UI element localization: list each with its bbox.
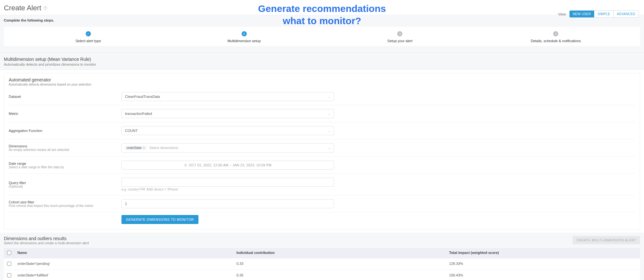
metric-value: transactionFailed	[125, 112, 152, 116]
dimensions-select[interactable]: orderState × Select dimensions ⌄	[121, 143, 334, 153]
help-icon[interactable]: ?	[43, 6, 47, 10]
row-dataset: Dataset CleanFraudTransData ⌄	[9, 88, 635, 105]
row-daterange: Date range Select a date range to filter…	[9, 156, 635, 173]
create-multidim-button-top[interactable]: CREATE MULTI-DIMENSION ALERT	[572, 236, 640, 244]
generator-title: Automated generator	[9, 77, 635, 82]
row-queryfilter: Query filter (Optional) e.g. country='FR…	[9, 173, 635, 195]
label-cohort: Cohort size filter	[9, 200, 121, 204]
col-impact: Total impact (weighted score)	[449, 251, 637, 256]
step-dot-icon: 2	[242, 31, 247, 36]
calendar-icon: 🗓	[184, 163, 187, 167]
queryfilter-example: e.g. country='FR' AND device = 'iPhone'	[121, 188, 334, 191]
results-header: Dimensions and outliers results Select t…	[4, 236, 640, 245]
view-label: View:	[558, 12, 567, 16]
col-name: Name	[17, 251, 236, 256]
step-1-label: Select alert type	[10, 39, 166, 43]
dimension-chip-label: orderState	[127, 146, 142, 150]
generator-panel-head: Automated generator Automatically detect…	[4, 73, 640, 88]
banner-text: Generate recommendations what to monitor…	[258, 3, 386, 27]
dataset-value: CleanFraudTransData	[125, 95, 160, 98]
section-title: Multidimension setup (Mean Variance Rule…	[4, 57, 640, 62]
step-dot-icon: 4	[553, 31, 558, 36]
view-btn-newuser[interactable]: NEW USER	[570, 11, 594, 17]
row-dimensions: Dimensions An empty selection means all …	[9, 139, 635, 156]
row-checkbox[interactable]	[7, 262, 11, 266]
daterange-picker[interactable]: 🗓OCT 01, 2022, 12:00 AM − JAN 23, 2023, …	[121, 161, 334, 170]
row-aggfn: Aggregation Function COUNT ⌄	[9, 122, 635, 139]
row-checkbox[interactable]	[7, 273, 11, 277]
dimension-chip[interactable]: orderState ×	[125, 146, 147, 150]
cell-name: orderState='fulfilled'	[17, 273, 236, 278]
section-header: Multidimension setup (Mean Variance Rule…	[0, 53, 644, 70]
cell-impact: 100.43%	[449, 273, 637, 278]
table-row: orderState='fulfilled' 0.26 100.43%	[4, 270, 640, 280]
hint-dimensions: An empty selection means all are selecte…	[9, 148, 121, 152]
aggfn-select[interactable]: COUNT ⌄	[121, 126, 334, 135]
close-icon[interactable]: ×	[143, 146, 145, 150]
cell-contrib: 0.26	[236, 273, 449, 278]
select-all-checkbox[interactable]	[7, 251, 11, 255]
label-metric: Metric	[9, 112, 121, 116]
cell-name: orderState='pending'	[17, 262, 236, 266]
step-3-label: Setup your alert	[322, 39, 478, 43]
label-queryfilter: Query filter	[9, 181, 121, 185]
table-header: Name Individual contribution Total impac…	[4, 248, 640, 258]
check-icon	[86, 31, 91, 36]
label-daterange: Date range	[9, 162, 121, 165]
results-subtitle: Select the dimensions and create a multi…	[4, 241, 89, 245]
label-dimensions: Dimensions	[9, 144, 121, 148]
label-aggfn: Aggregation Function	[9, 129, 121, 133]
queryfilter-input[interactable]	[121, 178, 334, 187]
results-title: Dimensions and outliers results	[4, 236, 89, 241]
row-generate: GENERATE DIMENSIONS TO MONITOR	[9, 212, 635, 229]
generator-panel: Automated generator Automatically detect…	[4, 73, 640, 229]
cohort-input[interactable]	[121, 199, 334, 208]
step-1[interactable]: Select alert type	[10, 31, 166, 43]
cell-impact: 128.33%	[449, 262, 637, 266]
hint-queryfilter: (Optional)	[9, 185, 121, 188]
hint-cohort: Find cohorts that impact this much perce…	[9, 204, 121, 208]
chevron-down-icon: ⌄	[328, 112, 331, 116]
table-row: orderState='pending' 0.33 128.33%	[4, 258, 640, 270]
dimensions-placeholder: Select dimensions	[149, 146, 178, 150]
step-2[interactable]: 2 Multidimension setup	[166, 31, 322, 43]
row-cohort: Cohort size filter Find cohorts that imp…	[9, 195, 635, 212]
dataset-select[interactable]: CleanFraudTransData ⌄	[121, 92, 334, 101]
view-btn-simple[interactable]: SIMPLE	[594, 11, 613, 17]
view-buttons: NEW USER SIMPLE ADVANCED	[569, 10, 639, 18]
page-header: Create Alert ? Generate recommendations …	[0, 0, 644, 15]
metric-select[interactable]: transactionFailed ⌄	[121, 109, 334, 118]
stepper: Select alert type 2 Multidimension setup…	[4, 27, 640, 46]
page-title: Create Alert	[4, 4, 41, 12]
view-toggle-group: View: NEW USER SIMPLE ADVANCED	[558, 10, 639, 18]
step-4-label: Details, schedule & notifications	[478, 39, 634, 43]
step-dot-icon: 3	[397, 31, 402, 36]
aggfn-value: COUNT	[125, 129, 138, 133]
label-dataset: Dataset	[9, 95, 121, 98]
daterange-value: OCT 01, 2022, 12:00 AM − JAN 23, 2023, 1…	[189, 163, 271, 167]
generate-button[interactable]: GENERATE DIMENSIONS TO MONITOR	[121, 215, 198, 224]
section-subtitle: Automatically detects and prioritizes di…	[4, 62, 640, 66]
view-btn-advanced[interactable]: ADVANCED	[613, 11, 639, 17]
hint-daterange: Select a date range to filter the data b…	[9, 165, 121, 169]
row-metric: Metric transactionFailed ⌄	[9, 105, 635, 122]
cell-contrib: 0.33	[236, 262, 449, 266]
chevron-down-icon: ⌄	[328, 146, 331, 150]
step-3[interactable]: 3 Setup your alert	[322, 31, 478, 43]
chevron-down-icon: ⌄	[328, 129, 331, 133]
step-4[interactable]: 4 Details, schedule & notifications	[478, 31, 634, 43]
results-section: Dimensions and outliers results Select t…	[0, 233, 644, 280]
generator-subtitle: Automatically detects dimensions based o…	[9, 83, 635, 86]
step-2-label: Multidimension setup	[166, 39, 322, 43]
results-table: Name Individual contribution Total impac…	[4, 248, 640, 280]
col-contrib: Individual contribution	[236, 251, 449, 256]
chevron-down-icon: ⌄	[328, 95, 331, 98]
